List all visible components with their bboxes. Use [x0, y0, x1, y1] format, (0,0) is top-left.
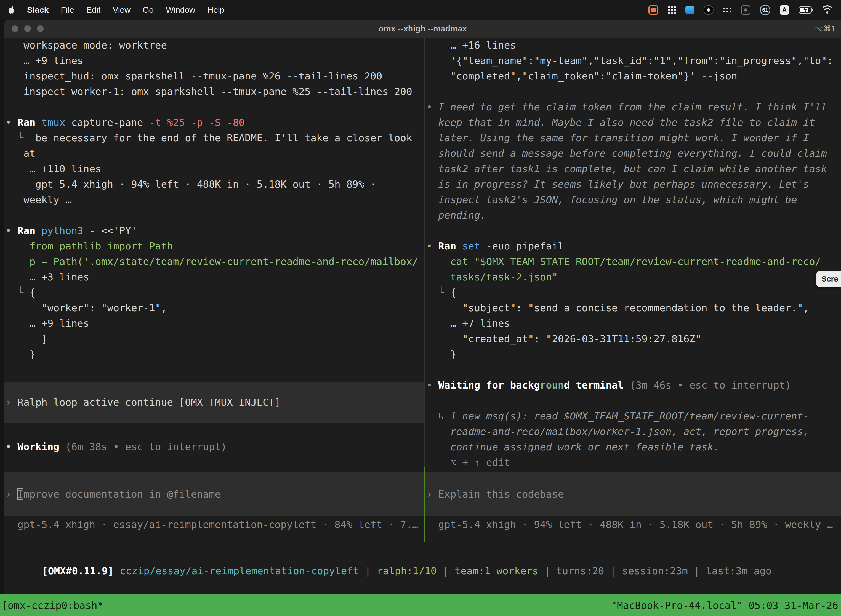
bullet-icon: •: [426, 101, 438, 113]
block-cursor: I: [18, 488, 23, 500]
terminal-line: workspace_mode: worktree: [6, 38, 424, 53]
terminal-line: • Ran python3 - <<'PY': [6, 223, 424, 238]
omx-version: [OMX#0.11.9]: [42, 565, 120, 576]
battery-charging-icon[interactable]: ϟ: [799, 6, 812, 13]
terminal-line: gpt-5.4 xhigh · 94% left · 488K in · 5.1…: [6, 177, 424, 192]
ralph-loop-text: › Ralph loop active continue [OMX_TMUX_I…: [6, 395, 281, 410]
terminal-text: {: [29, 287, 35, 298]
grid-icon[interactable]: [668, 6, 676, 14]
window-shortcut-badge: ⌥⌘1: [815, 20, 835, 38]
terminal-text: inspect task2's JSON, focusing on the st…: [426, 194, 797, 205]
terminal-line: should send a message before completing …: [426, 146, 841, 161]
terminal-text: tmux: [41, 117, 71, 128]
terminal-text: ]: [6, 333, 47, 345]
terminal-text: Working: [18, 441, 65, 452]
terminal-line: inspect_worker-1: omx sparkshell --tmux-…: [6, 84, 424, 99]
terminal-text: inspect_hud: omx sparkshell --tmux-pane …: [6, 70, 382, 82]
menu-item-file[interactable]: File: [61, 5, 74, 15]
terminal-window: omx --xhigh --madmax ⌥⌘1 workspace_mode:…: [4, 20, 841, 616]
dots-grid-icon[interactable]: [723, 6, 732, 14]
terminal-text: 1 new msg(s): read $OMX_TEAM_STATE_ROOT/…: [450, 411, 809, 422]
terminal-line: … +16 lines: [426, 38, 841, 53]
terminal-text: capture-pane: [71, 117, 149, 128]
terminal-line: • Ran tmux capture-pane -t %25 -p -S -80: [6, 115, 424, 130]
menu-item-edit[interactable]: Edit: [86, 5, 101, 15]
terminal-line: [426, 362, 841, 378]
terminal-line: • Working (6m 38s • esc to interrupt): [6, 439, 424, 455]
terminal-text: Ran: [18, 117, 41, 128]
terminal-text: python3: [41, 225, 89, 236]
terminal-line: tasks/task-2.json": [426, 269, 841, 285]
dark-app-icon[interactable]: [703, 5, 714, 15]
terminal-text: -t %25 -p -S -80: [149, 117, 245, 128]
terminal-line: [6, 99, 424, 115]
omx-separator: |: [437, 565, 455, 576]
terminal-text: … +3 lines: [6, 271, 89, 283]
record-stop-icon: [648, 5, 658, 15]
prompt-input-right-text: › Explain this codebase: [426, 487, 564, 502]
wifi-icon[interactable]: [821, 5, 833, 15]
terminal-text: gpt-5.4 xhigh · essay/ai-reimplementatio…: [6, 519, 418, 530]
left-terminal-pane[interactable]: workspace_mode: worktree … +9 lines insp…: [4, 38, 424, 542]
right-terminal-pane[interactable]: … +16 lines '{"team_name":"my-team","tas…: [425, 38, 841, 542]
prompt-input-right[interactable]: › Explain this codebase: [425, 472, 841, 516]
terminal-text: I need to get the claim token from the c…: [438, 101, 827, 113]
tree-corner-icon: └: [426, 287, 450, 298]
right-pane-statusline: gpt-5.4 xhigh · 94% left · 488K in · 5.1…: [426, 517, 841, 532]
screen-notification-overlay[interactable]: Scre: [816, 271, 841, 287]
terminal-text: "subject": "send a concise recommendatio…: [426, 302, 809, 314]
terminal-text: weekly …: [6, 194, 71, 205]
terminal-line: }: [6, 347, 424, 362]
omx-separator: |: [604, 565, 622, 576]
terminal-text: set: [462, 241, 486, 252]
bullet-icon: •: [426, 380, 438, 391]
menu-item-view[interactable]: View: [113, 5, 130, 15]
omx-separator: |: [359, 565, 377, 576]
terminal-line: readme-and-reco/mailbox/worker-1.json, a…: [426, 424, 841, 439]
terminal-text: "completed","claim_token":"claim-token"}…: [426, 70, 737, 82]
wifi-glyph: [821, 5, 833, 15]
terminal-text: roun: [540, 380, 564, 391]
prompt-input-left[interactable]: › Improve documentation in @filename: [4, 472, 424, 516]
terminal-line: "subject": "send a concise recommendatio…: [426, 300, 841, 316]
screen-recording-indicator-icon[interactable]: [648, 5, 658, 15]
left-pane-statusline: gpt-5.4 xhigh · essay/ai-reimplementatio…: [6, 517, 424, 532]
terminal-text: (3m 46s • esc to interrupt): [630, 380, 791, 391]
prompt-chevron-icon: ›: [6, 488, 18, 500]
apple-menu-icon[interactable]: [8, 6, 15, 14]
menu-bar: Slack File Edit View Go Window Help 61 A…: [0, 0, 841, 20]
terminal-line: ]: [6, 331, 424, 347]
terminal-line: gpt-5.4 xhigh · 94% left · 488K in · 5.1…: [426, 517, 841, 532]
menu-item-help[interactable]: Help: [208, 5, 224, 15]
window-title-bar[interactable]: omx --xhigh --madmax ⌥⌘1: [4, 20, 841, 38]
blue-app-icon[interactable]: [686, 6, 694, 14]
terminal-text: … +9 lines: [6, 55, 84, 66]
terminal-text: inspect_worker-1: omx sparkshell --tmux-…: [6, 86, 412, 97]
omx-team-workers: team:1 workers: [455, 565, 538, 576]
terminal-line: task2 after task1 is complete, but can I…: [426, 161, 841, 177]
dim-app-icon[interactable]: [741, 5, 750, 15]
ralph-loop-banner: › Ralph loop active continue [OMX_TMUX_I…: [4, 382, 424, 423]
terminal-text: d terminal: [564, 380, 630, 391]
terminal-line: • I need to get the claim token from the…: [426, 99, 841, 115]
prompt-input-left-text: › Improve documentation in @filename: [6, 487, 221, 502]
terminal-text: … +7 lines: [426, 318, 510, 329]
terminal-text: Waiting for backg: [438, 380, 540, 391]
menu-app-name[interactable]: Slack: [27, 5, 48, 15]
menu-item-go[interactable]: Go: [143, 5, 154, 15]
omx-ralph-counter: ralph:1/10: [377, 565, 437, 576]
terminal-text: -euo pipefail: [486, 241, 564, 252]
terminal-text: pending.: [426, 210, 486, 221]
input-source-icon[interactable]: A: [780, 5, 789, 15]
bullet-icon: •: [6, 225, 18, 236]
terminal-text: {: [450, 287, 456, 298]
terminal-line: └ {: [426, 285, 841, 300]
left-pane-output: workspace_mode: worktree … +9 lines insp…: [6, 38, 424, 362]
battery-gauge-icon[interactable]: 61: [760, 5, 771, 15]
terminal-line: … +3 lines: [6, 269, 424, 285]
terminal-text: gpt-5.4 xhigh · 94% left · 488K in · 5.1…: [426, 519, 833, 530]
terminal-text: is in progress? It seems likely but perh…: [426, 179, 809, 190]
menu-item-window[interactable]: Window: [166, 5, 195, 15]
grid-glyph: [668, 6, 676, 14]
bullet-icon: •: [6, 441, 18, 452]
